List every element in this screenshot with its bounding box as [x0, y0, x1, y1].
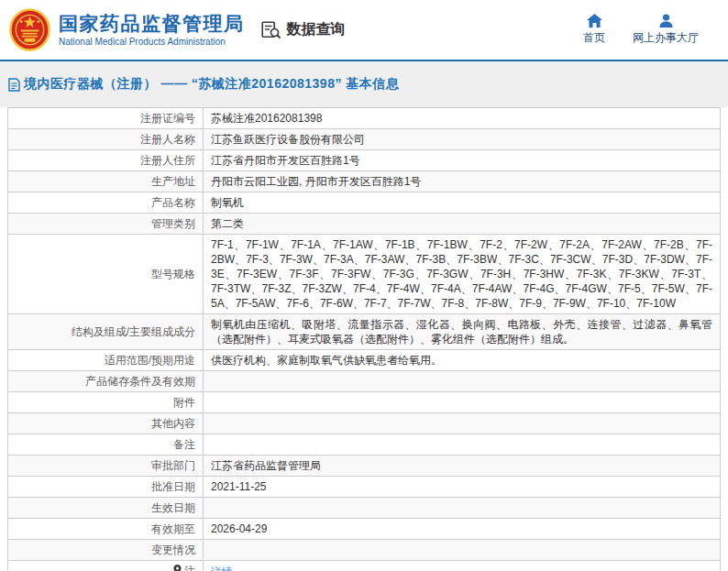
row-label: 变更情况 [8, 540, 204, 561]
info-table: 注册证编号苏械注准20162081398注册人名称江苏鱼跃医疗设备股份有限公司注… [7, 107, 721, 571]
note-pin-icon [173, 565, 182, 571]
row-value: 苏械注准20162081398 [204, 108, 721, 129]
row-value: 供医疗机构、家庭制取氧气供缺氧患者给氧用。 [204, 350, 721, 371]
document-icon [8, 78, 20, 92]
header-nav: 首页 网上办事大厅 [583, 14, 699, 46]
table-row: 生产地址丹阳市云阳工业园, 丹阳市开发区百胜路1号 [8, 171, 721, 192]
row-value: 制氧机由压缩机、吸附塔、流量指示器、湿化器、换向阀、电路板、外壳、连接管、过滤器… [204, 314, 721, 350]
table-row: 注册证编号苏械注准20162081398 [8, 108, 721, 129]
table-row: 审批部门江苏省药品监督管理局 [8, 456, 721, 477]
table-row: 型号规格7F-1、7F-1W、7F-1A、7F-1AW、7F-1B、7F-1BW… [8, 235, 721, 314]
agency-name-cn: 国家药品监督管理局 [59, 13, 245, 35]
row-label: 附件 [8, 392, 204, 413]
nav-service-hall[interactable]: 网上办事大厅 [633, 14, 699, 46]
row-label: 型号规格 [8, 235, 204, 314]
row-label: 结构及组成/主要组成成分 [8, 314, 204, 350]
table-row: 管理类别第二类 [8, 214, 721, 235]
detail-link[interactable]: 详情 [211, 566, 233, 571]
data-query-icon [261, 21, 281, 39]
row-value [204, 434, 721, 456]
row-label: 有效期至 [8, 519, 204, 540]
row-value: 7F-1、7F-1W、7F-1A、7F-1AW、7F-1B、7F-1BW、7F-… [204, 235, 721, 314]
row-value [204, 392, 721, 413]
table-row: 注详情 [8, 561, 721, 571]
row-label: 生产地址 [8, 171, 204, 192]
row-label: 注册证编号 [8, 108, 204, 129]
row-label: 产品名称 [8, 192, 204, 214]
data-query-section[interactable]: 数据查询 [261, 20, 346, 39]
nav-home[interactable]: 首页 [583, 14, 605, 46]
row-label: 审批部门 [8, 456, 204, 477]
table-row: 批准日期2021-11-25 [8, 477, 721, 498]
table-row: 变更情况 [8, 540, 721, 561]
row-label: 产品储存条件及有效期 [8, 371, 204, 392]
row-value: 制氧机 [204, 192, 721, 214]
row-value: 江苏省药品监督管理局 [204, 456, 721, 477]
data-query-label: 数据查询 [287, 20, 346, 39]
table-row: 其他内容 [8, 413, 721, 434]
row-value: 丹阳市云阳工业园, 丹阳市开发区百胜路1号 [204, 171, 721, 192]
table-row: 生效日期 [8, 498, 721, 519]
brand-text: 国家药品监督管理局 National Medical Products Admi… [59, 13, 245, 47]
row-value: 详情 [204, 561, 721, 571]
page-title-bar: 境内医疗器械（注册） —— “苏械注准20162081398” 基本信息 [0, 61, 728, 107]
row-value [204, 371, 721, 392]
row-label: 生效日期 [8, 498, 204, 519]
table-row: 适用范围/预期用途供医疗机构、家庭制取氧气供缺氧患者给氧用。 [8, 350, 721, 371]
table-row: 备注 [8, 434, 721, 456]
row-value: 江苏鱼跃医疗设备股份有限公司 [204, 129, 721, 150]
table-row: 注册人住所江苏省丹阳市开发区百胜路1号 [8, 150, 721, 171]
table-row: 附件 [8, 392, 721, 413]
row-label: 备注 [8, 434, 204, 456]
row-label: 注册人住所 [8, 150, 204, 171]
row-value: 2026-04-29 [204, 519, 721, 540]
brand: 国家药品监督管理局 National Medical Products Admi… [9, 8, 245, 51]
table-row: 结构及组成/主要组成成分制氧机由压缩机、吸附塔、流量指示器、湿化器、换向阀、电路… [8, 314, 721, 350]
user-icon [659, 14, 673, 27]
row-value: 江苏省丹阳市开发区百胜路1号 [204, 150, 721, 171]
row-label: 适用范围/预期用途 [8, 350, 204, 371]
row-value: 第二类 [204, 214, 721, 235]
table-row: 产品名称制氧机 [8, 192, 721, 214]
row-label: 注 [8, 561, 204, 571]
row-label: 批准日期 [8, 477, 204, 498]
page-title: 境内医疗器械（注册） —— “苏械注准20162081398” 基本信息 [24, 76, 399, 93]
row-value [204, 498, 721, 519]
row-label: 其他内容 [8, 413, 204, 434]
row-value [204, 413, 721, 434]
table-row: 产品储存条件及有效期 [8, 371, 721, 392]
site-header: 国家药品监督管理局 National Medical Products Admi… [0, 0, 728, 60]
agency-name-en: National Medical Products Administration [59, 37, 245, 47]
row-label: 管理类别 [8, 214, 204, 235]
table-row: 注册人名称江苏鱼跃医疗设备股份有限公司 [8, 129, 721, 150]
nav-home-label: 首页 [583, 30, 605, 46]
row-value [204, 540, 721, 561]
national-emblem-logo [9, 8, 50, 51]
main-content: 注册证编号苏械注准20162081398注册人名称江苏鱼跃医疗设备股份有限公司注… [0, 107, 728, 571]
nav-service-hall-label: 网上办事大厅 [633, 30, 699, 46]
table-row: 有效期至2026-04-29 [8, 519, 721, 540]
row-value: 2021-11-25 [204, 477, 721, 498]
row-label: 注册人名称 [8, 129, 204, 150]
home-icon [587, 14, 602, 27]
